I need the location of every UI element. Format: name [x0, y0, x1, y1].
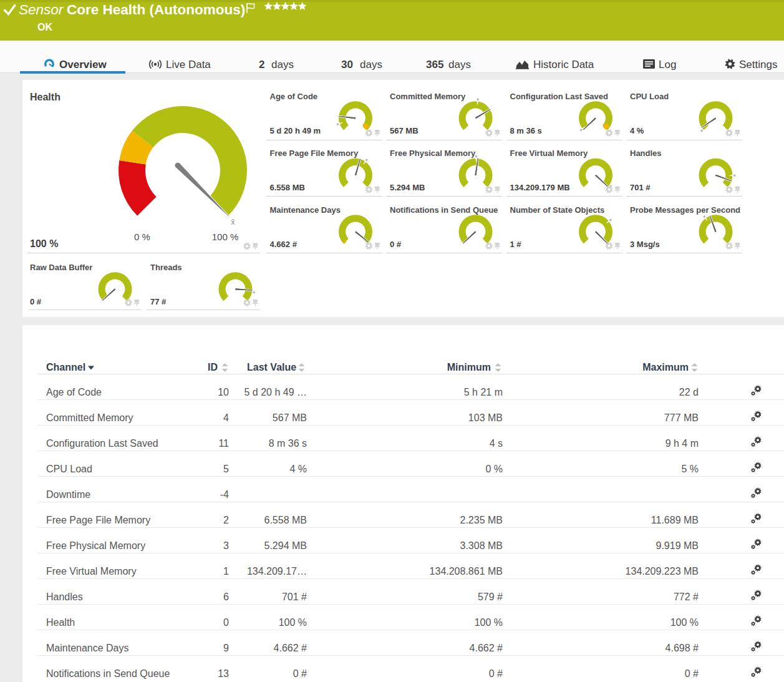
svg-text:x̄: x̄: [231, 218, 235, 227]
